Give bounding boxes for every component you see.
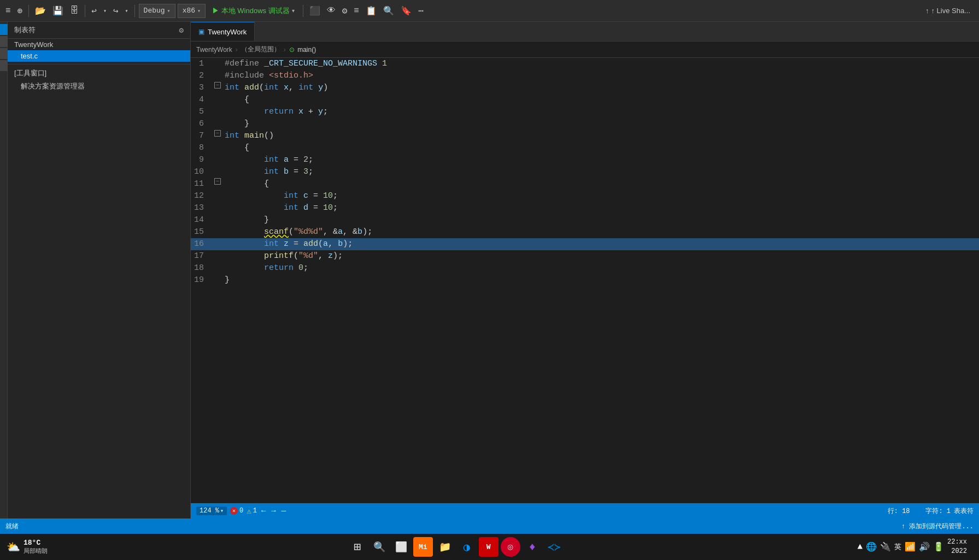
code-line-1[interactable]: 1#define _CRT_SECURE_NO_WARNINGS 1 — [191, 58, 979, 70]
code-line-3[interactable]: 3—int add(int x, int y) — [191, 82, 979, 94]
warning-indicator[interactable]: ⚠ 1 — [247, 506, 257, 516]
vs-icon[interactable]: ♦ — [523, 537, 542, 557]
more-icon[interactable]: ⋯ — [416, 4, 426, 17]
xiaomi-icon[interactable]: Mi — [413, 537, 433, 557]
file-explorer-icon[interactable]: 📁 — [435, 537, 455, 557]
error-indicator[interactable]: ✕ 0 — [230, 507, 243, 515]
callstack-icon[interactable]: ⚙ — [340, 4, 350, 17]
new-project-icon[interactable]: ⊕ — [15, 4, 25, 17]
editor-area: ▣ TwentyWork TwentyWork › （全局范围） › ⊙ mai… — [191, 22, 979, 518]
tab-label: TwentyWork — [208, 28, 247, 36]
search-button[interactable]: 🔍 — [370, 537, 389, 557]
live-share-button[interactable]: ↑ ↑ Live Sha... — [920, 5, 976, 16]
screenshot-icon[interactable]: ◎ — [501, 537, 520, 557]
activity-icon-1[interactable] — [0, 24, 8, 35]
watch-icon[interactable]: 👁 — [325, 4, 338, 17]
output-icon[interactable]: 📋 — [364, 4, 379, 17]
line-gutter-7[interactable]: — — [213, 130, 222, 137]
taskbar-lang-label[interactable]: 英 — [894, 542, 901, 552]
tab-twentywork[interactable]: ▣ TwentyWork — [191, 22, 255, 41]
breadcrumb-project[interactable]: TwentyWork — [196, 46, 232, 54]
save-icon[interactable]: 💾 — [50, 4, 66, 17]
function-icon: ⊙ — [289, 46, 295, 54]
code-line-16[interactable]: 16 int z = add(a, b); — [191, 238, 979, 250]
vscode-icon[interactable]: ≺≻ — [544, 537, 564, 557]
run-debugger-button[interactable]: ▶ 本地 Windows 调试器 ▾ — [208, 5, 299, 17]
open-file-icon[interactable]: 📂 — [33, 4, 48, 17]
line-content-17: printf("%d", z); — [222, 250, 979, 262]
bookmark-icon[interactable]: 🔖 — [398, 4, 414, 17]
code-line-10[interactable]: 10 int b = 3; — [191, 166, 979, 178]
nav-forward-btn[interactable]: → — [270, 506, 277, 515]
line-content-3: int add(int x, int y) — [222, 82, 979, 94]
breadcrumb-scope[interactable]: （全局范围） — [241, 45, 280, 54]
taskbar-globe-icon[interactable]: 🌐 — [866, 541, 877, 552]
line-number-10: 10 — [191, 166, 213, 178]
weather-condition: 局部晴朗 — [24, 547, 48, 555]
taskbar-weather[interactable]: ⛅ 18°C 局部晴朗 — [7, 539, 48, 555]
redo-icon[interactable]: ↪ — [111, 4, 121, 17]
taskbar-wifi-icon[interactable]: 📶 — [905, 541, 916, 552]
line-content-16: int z = add(a, b); — [222, 238, 979, 250]
find-icon[interactable]: 🔍 — [381, 4, 396, 17]
undo-icon[interactable]: ↩ — [89, 4, 99, 17]
code-line-17[interactable]: 17 printf("%d", z); — [191, 250, 979, 262]
status-bar: 124 % ▾ ✕ 0 ⚠ 1 ← → — 行: 18 字符: 1 表表符 — [191, 503, 979, 518]
code-line-6[interactable]: 6 } — [191, 118, 979, 130]
tools-window-item[interactable]: [工具窗口] — [8, 67, 190, 80]
nav-extra-btn[interactable]: — — [280, 506, 287, 515]
save-all-icon[interactable]: 🗄 — [68, 4, 81, 17]
project-root-item[interactable]: TwentyWork — [8, 39, 190, 50]
start-button[interactable]: ⊞ — [348, 537, 367, 557]
code-line-12[interactable]: 12 int c = 10; — [191, 190, 979, 202]
row-col-label[interactable]: 行: 18 字符: 1 — [888, 506, 951, 516]
menu-icon[interactable]: ≡ — [3, 5, 13, 17]
locals-icon[interactable]: ≡ — [351, 5, 361, 17]
code-line-18[interactable]: 18 return 0; — [191, 262, 979, 274]
line-gutter-3[interactable]: — — [213, 82, 222, 89]
line-content-5: return x + y; — [222, 106, 979, 118]
code-line-9[interactable]: 9 int a = 2; — [191, 154, 979, 166]
solution-label: 解决方案资源管理器 — [21, 82, 85, 90]
add-to-source-btn[interactable]: ↑ 添加到源代码管理... — [901, 522, 974, 531]
code-line-2[interactable]: 2#include <stdio.h> — [191, 70, 979, 82]
code-line-19[interactable]: 19} — [191, 274, 979, 286]
code-line-5[interactable]: 5 return x + y; — [191, 106, 979, 118]
code-line-13[interactable]: 13 int d = 10; — [191, 202, 979, 214]
platform-dropdown[interactable]: x86 — [178, 4, 206, 18]
encoding-label[interactable]: 表表符 — [954, 506, 974, 516]
panel-gear-icon[interactable]: ⚙ — [179, 26, 184, 35]
breadcrumb-function[interactable]: ⊙ main() — [289, 46, 316, 54]
debug-config-dropdown[interactable]: Debug — [139, 4, 175, 18]
taskbar-clock[interactable]: 22:xx 2022 — [947, 538, 967, 556]
redo-dropdown-icon[interactable]: ▾ — [123, 7, 131, 15]
taskbar-network-icon[interactable]: ▲ — [857, 542, 863, 552]
taskbar-battery-icon[interactable]: 🔋 — [933, 541, 944, 552]
taskview-button[interactable]: ⬜ — [391, 537, 411, 557]
line-content-1: #define _CRT_SECURE_NO_WARNINGS 1 — [222, 58, 979, 70]
activity-icon-2[interactable] — [0, 36, 8, 47]
breakpoints-icon[interactable]: ⬛ — [307, 4, 323, 17]
code-line-15[interactable]: 15 scanf("%d%d", &a, &b); — [191, 226, 979, 238]
file-item-test-c[interactable]: test.c — [8, 50, 190, 62]
taskbar-plugin-icon[interactable]: 🔌 — [880, 541, 891, 552]
code-editor[interactable]: 1#define _CRT_SECURE_NO_WARNINGS 12#incl… — [191, 58, 979, 503]
code-line-4[interactable]: 4 { — [191, 94, 979, 106]
code-line-14[interactable]: 14 } — [191, 214, 979, 226]
edge-icon[interactable]: ◑ — [457, 537, 477, 557]
solution-explorer-item[interactable]: 解决方案资源管理器 — [8, 80, 190, 93]
activity-icon-3[interactable] — [0, 48, 8, 59]
taskbar-volume-icon[interactable]: 🔊 — [919, 541, 930, 552]
code-line-8[interactable]: 8 { — [191, 142, 979, 154]
code-line-7[interactable]: 7—int main() — [191, 130, 979, 142]
line-number-16: 16 — [191, 238, 213, 250]
nav-back-btn[interactable]: ← — [260, 506, 267, 515]
line-gutter-11[interactable]: — — [213, 178, 222, 185]
code-line-11[interactable]: 11— { — [191, 178, 979, 190]
wps-icon[interactable]: W — [479, 537, 499, 557]
undo-dropdown-icon[interactable]: ▾ — [101, 7, 109, 15]
line-number-2: 2 — [191, 70, 213, 82]
zoom-badge[interactable]: 124 % ▾ — [196, 506, 227, 515]
activity-icon-4[interactable] — [0, 60, 8, 71]
tab-bar: ▣ TwentyWork — [191, 22, 979, 42]
